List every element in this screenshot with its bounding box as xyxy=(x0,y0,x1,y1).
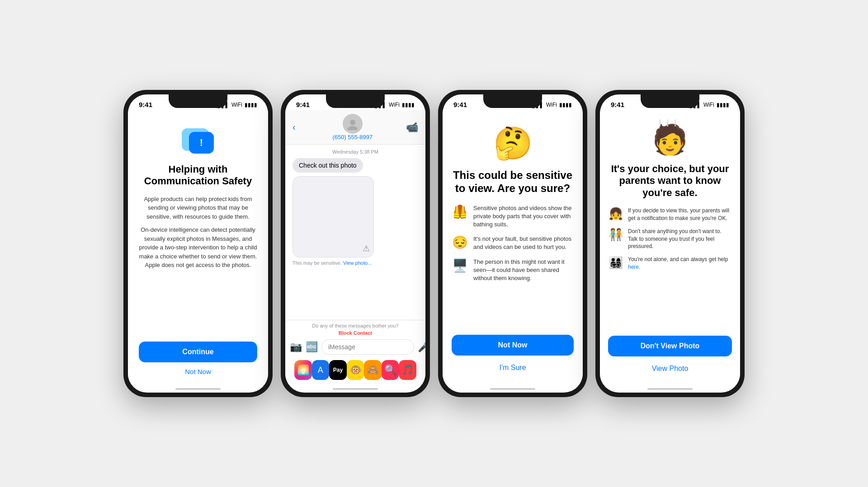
sensitive-warning-title: This could be sensitive to view. Are you… xyxy=(452,169,574,195)
sensitive-notice: This may be sensitive. View photo... xyxy=(292,260,418,266)
phone3-content: 🤔 This could be sensitive to view. Are y… xyxy=(443,111,583,384)
phone4-inner: 9:41 ▌▌▌ WiFi ▮▮▮▮ 🧑 ❕❕❕ It's your choic… xyxy=(600,94,740,393)
warning-item-1: 🦺 Sensitive photos and videos show the p… xyxy=(452,204,574,229)
audio-icon[interactable]: 🎤 xyxy=(418,341,425,353)
view-photo-button[interactable]: View Photo xyxy=(648,361,692,376)
apps-icon[interactable]: 🔤 xyxy=(306,341,318,353)
phone3-time: 9:41 xyxy=(453,101,467,108)
wifi-icon-3: WiFi xyxy=(546,102,557,108)
message-input[interactable] xyxy=(321,339,414,355)
phone2-notch xyxy=(326,94,385,108)
comm-safety-desc1: Apple products can help protect kids fro… xyxy=(139,195,257,221)
choice-item-1: 👧 If you decide to view this, your paren… xyxy=(608,207,732,222)
monkey1-dock-icon[interactable]: 🐵 xyxy=(347,360,364,380)
warning-triangle-icon: ⚠ xyxy=(363,244,370,253)
msg-photo-placeholder: ⚠ xyxy=(292,176,374,258)
phone3-inner: 9:41 ▌▌▌ WiFi ▮▮▮▮ 🤔 This could be sensi… xyxy=(443,94,583,393)
choice-text-1: If you decide to view this, your parents… xyxy=(628,207,732,222)
choice-title: It's your choice, but your parents want … xyxy=(608,163,732,199)
message-input-row: 📷 🔤 🎤 xyxy=(290,339,421,355)
bother-notice: Do any of these messages bother you? xyxy=(290,323,421,328)
phone3-notch xyxy=(483,94,542,108)
msg-timestamp: Wednesday 5:38 PM xyxy=(292,149,418,155)
music-dock-icon[interactable]: 🎵 xyxy=(399,360,416,380)
phone1-content: ! Helping with Communication Safety Appl… xyxy=(128,111,268,384)
phone1-home-indicator xyxy=(175,388,221,390)
phone2-content: Wednesday 5:38 PM Check out this photo ⚠… xyxy=(285,145,425,384)
svg-point-1 xyxy=(348,126,358,130)
messages-footer: Do any of these messages bother you? Blo… xyxy=(285,320,425,384)
phone4: 9:41 ▌▌▌ WiFi ▮▮▮▮ 🧑 ❕❕❕ It's your choic… xyxy=(595,90,745,397)
im-sure-button[interactable]: I'm Sure xyxy=(495,360,529,375)
choice-emoji-2: 🧑‍🤝‍🧑 xyxy=(608,228,623,242)
warning-item-3: 🖥️ The person in this might not want it … xyxy=(452,258,574,283)
exclaim-icon: ! xyxy=(200,137,203,149)
page-container: 9:41 ▌▌▌ WiFi ▮▮▮▮ ! Helping with Commun… xyxy=(0,0,868,487)
warning-text-1: Sensitive photos and videos show the pri… xyxy=(473,204,574,229)
warning-emoji-3: 🖥️ xyxy=(452,258,468,273)
person-emoji-container: 🧑 ❕❕❕ xyxy=(652,123,688,157)
thinking-emoji: 🤔 xyxy=(493,125,533,162)
phone3-home-indicator xyxy=(490,388,535,390)
phone2-inner: 9:41 ▌▌▌ WiFi ▮▮▮▮ ‹ (650) 555-8997 📹 xyxy=(285,94,425,393)
choice-item-2: 🧑‍🤝‍🧑 Don't share anything you don't wan… xyxy=(608,228,732,250)
contact-phone[interactable]: (650) 555-8997 xyxy=(332,134,373,140)
battery-icon: ▮▮▮▮ xyxy=(245,102,257,108)
messages-body: Wednesday 5:38 PM Check out this photo ⚠… xyxy=(285,145,425,320)
phone1-time: 9:41 xyxy=(139,101,152,108)
wifi-icon: WiFi xyxy=(231,102,242,108)
phone1: 9:41 ▌▌▌ WiFi ▮▮▮▮ ! Helping with Commun… xyxy=(123,90,273,397)
phone4-content: 🧑 ❕❕❕ It's your choice, but your parents… xyxy=(600,111,740,384)
not-now-button-1[interactable]: Not Now xyxy=(185,368,211,375)
warning-emoji-1: 🦺 xyxy=(452,204,468,219)
contact-avatar xyxy=(343,114,363,134)
photos-dock-icon[interactable]: 🌅 xyxy=(294,360,312,380)
applepay-dock-icon[interactable]: Pay xyxy=(329,360,347,380)
search-dock-icon[interactable]: 🔍 xyxy=(382,360,399,380)
phone1-notch xyxy=(169,94,227,108)
warning-text-3: The person in this might not want it see… xyxy=(473,258,574,283)
wifi-icon-4: WiFi xyxy=(703,102,714,108)
back-arrow-icon[interactable]: ‹ xyxy=(292,122,296,132)
phone2-home-indicator xyxy=(333,388,378,390)
appstore-dock-icon[interactable]: A xyxy=(312,360,330,380)
choice-emoji-1: 👧 xyxy=(608,207,623,221)
continue-button[interactable]: Continue xyxy=(139,342,257,362)
phone1-inner: 9:41 ▌▌▌ WiFi ▮▮▮▮ ! Helping with Commun… xyxy=(128,94,268,393)
dock-row: 🌅 A Pay 🐵 🙈 🔍 🎵 xyxy=(290,357,421,382)
warning-item-2: 😔 It's not your fault, but sensitive pho… xyxy=(452,235,574,251)
not-now-button-3[interactable]: Not Now xyxy=(452,335,574,356)
phone4-time: 9:41 xyxy=(611,101,624,108)
battery-icon-4: ▮▮▮▮ xyxy=(717,102,729,108)
wifi-icon-2: WiFi xyxy=(389,102,400,108)
battery-icon-3: ▮▮▮▮ xyxy=(559,102,572,108)
choice-text-2: Don't share anything you don't want to. … xyxy=(628,228,732,250)
here-link[interactable]: here. xyxy=(628,264,640,270)
choice-emoji-3: 👨‍👩‍👧‍👦 xyxy=(608,256,623,270)
comm-safety-desc2: On-device intelligence can detect potent… xyxy=(139,225,257,270)
block-contact-link[interactable]: Block Contact xyxy=(290,330,421,336)
exclamation-marks: ❕❕❕ xyxy=(656,119,679,126)
choice-item-3: 👨‍👩‍👧‍👦 You're not alone, and can always… xyxy=(608,256,732,271)
warning-emoji-2: 😔 xyxy=(452,235,468,250)
battery-icon-2: ▮▮▮▮ xyxy=(402,102,415,108)
phone4-home-indicator xyxy=(647,388,693,390)
phone3: 9:41 ▌▌▌ WiFi ▮▮▮▮ 🤔 This could be sensi… xyxy=(438,90,587,397)
video-call-icon[interactable]: 📹 xyxy=(406,122,418,133)
msg-bubble-text: Check out this photo xyxy=(292,158,363,173)
messages-header: ‹ (650) 555-8997 📹 xyxy=(285,110,425,145)
phone2-time: 9:41 xyxy=(296,101,310,108)
view-photo-link[interactable]: View photo... xyxy=(343,260,372,266)
contact-info: (650) 555-8997 xyxy=(299,114,406,140)
comm-safety-title: Helping with Communication Safety xyxy=(139,164,257,187)
comm-safety-icon: ! xyxy=(180,125,216,156)
choice-text-3: You're not alone, and can always get hel… xyxy=(628,256,732,271)
warning-text-2: It's not your fault, but sensitive photo… xyxy=(473,235,574,251)
svg-point-0 xyxy=(350,120,355,125)
monkey2-dock-icon[interactable]: 🙈 xyxy=(364,360,382,380)
speech-bubble-front: ! xyxy=(189,132,214,154)
phone4-notch xyxy=(641,94,699,108)
phone2: 9:41 ▌▌▌ WiFi ▮▮▮▮ ‹ (650) 555-8997 📹 xyxy=(281,90,430,397)
dont-view-button[interactable]: Don't View Photo xyxy=(608,336,732,356)
camera-icon[interactable]: 📷 xyxy=(290,341,302,353)
